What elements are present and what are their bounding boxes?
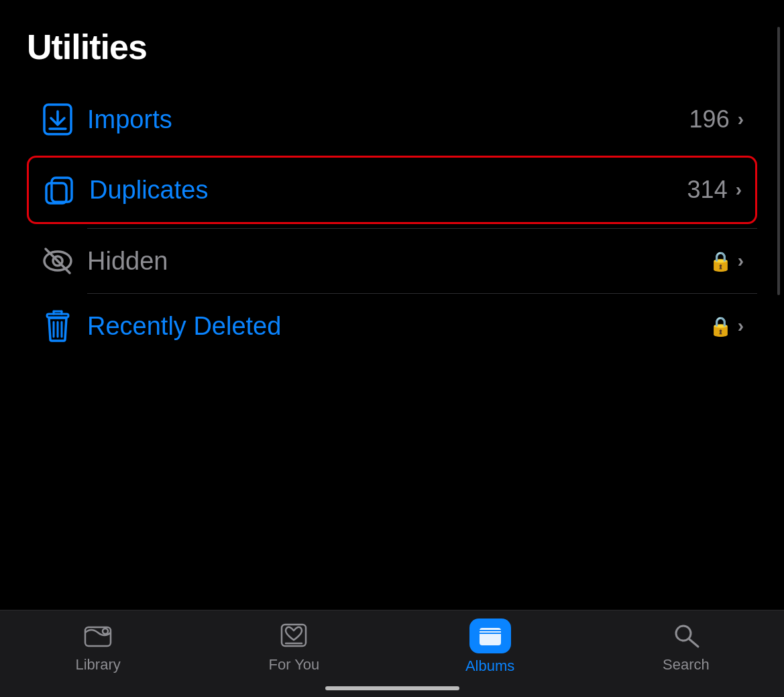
recently-deleted-lock-group: 🔒 › [709, 315, 744, 337]
trash-icon [40, 309, 87, 343]
hidden-icon [40, 244, 87, 278]
tab-library[interactable]: Library [0, 619, 196, 674]
scrollbar[interactable] [777, 27, 780, 295]
library-tab-icon [78, 619, 117, 652]
import-icon [40, 102, 87, 137]
hidden-chevron: › [738, 250, 744, 272]
imports-label: Imports [87, 105, 689, 134]
for-you-tab-icon [274, 619, 313, 652]
recently-deleted-item[interactable]: Recently Deleted 🔒 › [27, 294, 757, 358]
imports-count: 196 [689, 105, 730, 133]
home-indicator [325, 686, 459, 690]
library-tab-label: Library [76, 656, 121, 674]
tab-bar: Library For You Albums [0, 610, 784, 697]
duplicates-chevron: › [736, 179, 742, 201]
tab-for-you[interactable]: For You [196, 619, 392, 674]
svg-line-23 [689, 639, 698, 647]
tab-albums[interactable]: Albums [392, 619, 588, 675]
hidden-label: Hidden [87, 247, 709, 276]
search-tab-label: Search [663, 656, 710, 674]
svg-point-16 [103, 629, 108, 634]
tab-search[interactable]: Search [588, 619, 784, 674]
hidden-lock-group: 🔒 › [709, 250, 744, 272]
imports-item[interactable]: Imports 196 › [27, 87, 757, 152]
svg-rect-4 [46, 183, 66, 203]
recently-deleted-chevron: › [738, 315, 744, 337]
page-title: Utilities [27, 27, 757, 67]
duplicates-icon [42, 172, 89, 207]
recently-deleted-label: Recently Deleted [87, 312, 709, 341]
hidden-item[interactable]: Hidden 🔒 › [27, 229, 757, 293]
duplicates-item[interactable]: Duplicates 314 › [27, 156, 757, 224]
svg-point-22 [676, 626, 691, 641]
duplicates-label: Duplicates [89, 176, 687, 205]
for-you-tab-label: For You [268, 656, 319, 674]
main-content: Utilities Imports 196 › Duplicates 314 [0, 0, 784, 610]
search-tab-icon [667, 619, 706, 652]
hidden-lock-icon: 🔒 [709, 250, 732, 272]
albums-tab-label: Albums [465, 657, 514, 675]
recently-deleted-lock-icon: 🔒 [709, 315, 732, 337]
duplicates-count: 314 [687, 176, 728, 204]
albums-tab-icon [469, 619, 511, 653]
imports-chevron: › [738, 109, 744, 130]
svg-rect-3 [52, 178, 72, 202]
